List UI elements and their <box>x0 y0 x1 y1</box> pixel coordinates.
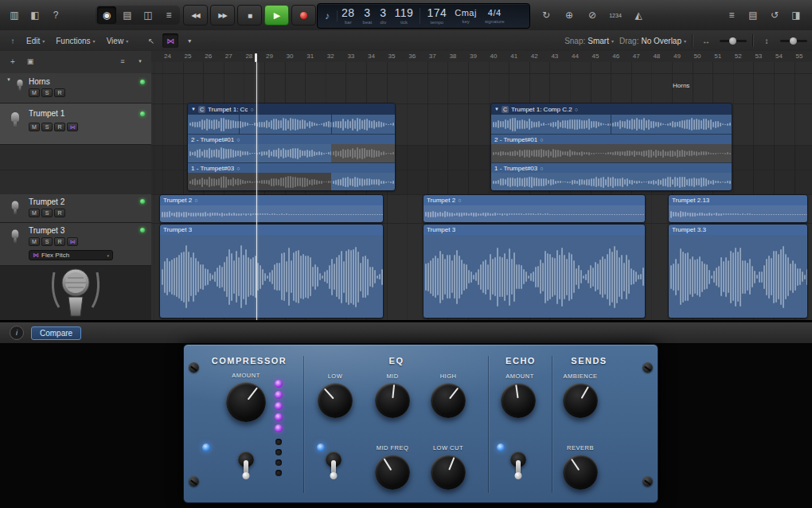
solo-button[interactable]: S <box>41 123 53 131</box>
take-folder-header[interactable]: ▼ C Trumpet 1: Cc ○ <box>188 104 395 115</box>
view-menu[interactable]: View▾ <box>101 37 135 45</box>
comp-badge[interactable]: C <box>198 106 205 113</box>
take-lane[interactable]: 1 - Trumpet#03 ○ <box>491 162 732 191</box>
snap-selector[interactable]: Snap: Smart ▾ <box>564 37 614 45</box>
flex-button[interactable]: ⋈ <box>67 123 78 131</box>
take-folder-region[interactable]: ▼ C Trumpet 1: Comp C.2 ○ 2 - Trumpet#01… <box>490 103 732 191</box>
audio-region-trumpet-3[interactable]: Trumpet 3 <box>423 224 646 318</box>
rewind-button[interactable]: ◀◀ <box>183 5 208 25</box>
compressor-amount-knob[interactable] <box>226 382 266 422</box>
comp-lane[interactable] <box>491 115 732 134</box>
take-lane[interactable]: 1 - Trumpet#03 ○ <box>188 162 395 191</box>
eq-high-knob[interactable] <box>431 383 466 418</box>
audio-region-trumpet-2[interactable]: Trumpet 2○ <box>159 194 384 223</box>
mute-button[interactable]: M <box>29 209 40 217</box>
metronome-icon[interactable]: ◭ <box>629 6 648 24</box>
note-pads-icon[interactable]: ▤ <box>744 6 763 24</box>
take-folder-region[interactable]: ▼ C Trumpet 1: Cc ○ 2 - Trumpet#01 ○ 1 -… <box>187 103 396 191</box>
smart-controls-icon[interactable]: ◉ <box>97 6 116 24</box>
audio-region-trumpet-3[interactable]: Trumpet 3.3 <box>668 224 808 318</box>
record-button[interactable] <box>291 5 316 25</box>
track-header-trumpet-2[interactable]: Trumpet 2 M S R <box>0 194 151 223</box>
mute-button[interactable]: M <box>29 123 40 131</box>
replace-icon[interactable]: ⊕ <box>560 6 579 24</box>
lcd-beat[interactable]: 3beat <box>359 7 377 25</box>
bar-ruler[interactable]: 2425262728293031323334353637383940414243… <box>151 51 812 63</box>
edit-menu[interactable]: Edit▾ <box>21 37 50 45</box>
catch-playhead-button[interactable]: ↑ <box>5 33 21 48</box>
loop-icon[interactable]: ○ <box>540 166 543 171</box>
library-icon[interactable]: ▥ <box>5 6 24 24</box>
take-folder-header[interactable]: ▼ C Trumpet 1: Comp C.2 ○ <box>491 104 732 115</box>
loop-icon[interactable]: ○ <box>458 197 461 203</box>
list-editors-icon[interactable]: ≡ <box>159 6 178 24</box>
mixer-icon[interactable]: ▤ <box>118 6 137 24</box>
input-monitor-led[interactable] <box>140 111 145 116</box>
apple-loops-icon[interactable]: ↺ <box>765 6 784 24</box>
eq-power-switch[interactable] <box>325 451 342 485</box>
compare-button[interactable]: Compare <box>31 326 81 340</box>
input-monitor-led[interactable] <box>140 228 145 233</box>
play-button[interactable]: ▶ <box>264 5 289 25</box>
record-enable-button[interactable]: R <box>54 237 65 246</box>
mute-button[interactable]: M <box>29 88 40 97</box>
loop-icon[interactable]: ○ <box>236 137 240 143</box>
event-list-icon[interactable]: ≡ <box>722 6 741 24</box>
arrange-area[interactable]: Horns ▼ C Trumpet 1: Cc ○ 2 - Trumpet#01… <box>151 62 812 320</box>
info-button[interactable]: i <box>10 326 24 340</box>
track-name[interactable]: Trumpet 3 <box>29 226 64 235</box>
disclosure-triangle-icon[interactable]: ▼ <box>191 107 196 111</box>
track-sort-icon[interactable]: ≡ <box>115 54 131 68</box>
eq-low-knob[interactable] <box>318 383 353 418</box>
record-enable-button[interactable]: R <box>54 123 65 131</box>
lcd-key[interactable]: Cmajkey <box>451 9 481 24</box>
solo-button[interactable]: S <box>41 88 53 97</box>
track-header-trumpet-1[interactable]: Trumpet 1 M S R ⋈ <box>0 104 151 145</box>
record-enable-button[interactable]: R <box>54 88 65 97</box>
comp-lane[interactable] <box>188 115 395 134</box>
flex-view-toggle[interactable]: ⋈ <box>162 33 178 48</box>
compressor-power-switch[interactable] <box>237 451 255 485</box>
loop-icon[interactable]: ○ <box>250 107 253 112</box>
flex-button[interactable]: ⋈ <box>67 237 78 246</box>
record-enable-button[interactable]: R <box>54 209 65 217</box>
track-name[interactable]: Horns <box>29 77 50 86</box>
track-header-trumpet-3[interactable]: Trumpet 3 M S R ⋈ ⋈ Flex Pitch ▾ <box>0 223 151 266</box>
eq-mid-knob[interactable] <box>375 383 410 418</box>
track-header-horns[interactable]: ▼ Horns M S R <box>0 73 151 104</box>
add-track-button[interactable]: + <box>5 54 21 68</box>
quick-help-icon[interactable]: ? <box>46 6 65 24</box>
echo-power-switch[interactable] <box>509 451 527 485</box>
input-monitor-led[interactable] <box>140 199 145 204</box>
cycle-icon[interactable]: ↻ <box>537 6 556 24</box>
drag-selector[interactable]: Drag: No Overlap ▾ <box>619 37 686 45</box>
loop-icon[interactable]: ○ <box>575 107 578 112</box>
lcd-signature[interactable]: 4/4signature <box>481 9 509 24</box>
lcd-div[interactable]: 3div <box>376 7 390 25</box>
lcd-tick[interactable]: 119tick <box>391 7 418 25</box>
forward-button[interactable]: ▶▶ <box>210 5 235 25</box>
sends-reverb-knob[interactable] <box>563 455 598 490</box>
playhead[interactable] <box>256 62 257 320</box>
track-options-icon[interactable]: ▾ <box>132 54 148 68</box>
eq-low-cut-knob[interactable] <box>431 455 466 490</box>
disclosure-triangle-icon[interactable]: ▼ <box>494 107 499 111</box>
loop-icon[interactable]: ○ <box>236 166 240 171</box>
slider-handle[interactable] <box>790 37 797 45</box>
comp-badge[interactable]: C <box>502 106 509 113</box>
count-in-icon[interactable]: 1234 <box>606 6 625 24</box>
echo-amount-knob[interactable] <box>501 383 536 418</box>
solo-button[interactable]: S <box>41 237 53 246</box>
slider-handle[interactable] <box>729 37 736 45</box>
pointer-tool-button[interactable]: ↖ <box>143 33 159 48</box>
playhead-marker[interactable] <box>255 53 257 62</box>
audio-region-trumpet-3[interactable]: Trumpet 3 <box>159 224 384 318</box>
take-lane[interactable]: 2 - Trumpet#01 ○ <box>491 134 732 162</box>
sends-ambience-knob[interactable] <box>563 383 598 418</box>
solo-button[interactable]: S <box>41 209 53 217</box>
editors-icon[interactable]: ◫ <box>139 6 158 24</box>
take-lane[interactable]: 2 - Trumpet#01 ○ <box>188 134 395 162</box>
functions-menu[interactable]: Functions▾ <box>50 37 100 45</box>
audio-region-trumpet-2[interactable]: Trumpet 2.13 <box>668 194 808 223</box>
take-lane-headers[interactable] <box>0 145 151 195</box>
